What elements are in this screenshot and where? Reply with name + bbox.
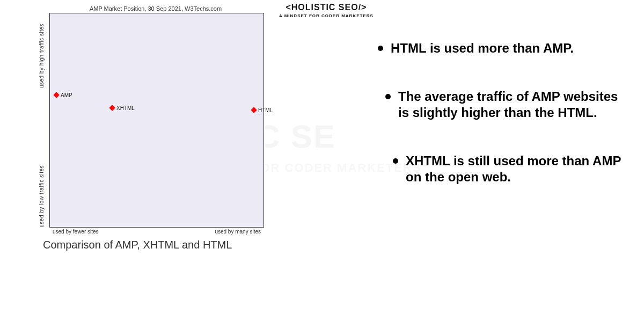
y-axis-label-bottom: used by low traffic sites xyxy=(39,165,45,228)
data-point-amp xyxy=(53,92,59,98)
chart-container: AMP Market Position, 30 Sep 2021, W3Tech… xyxy=(43,5,268,238)
bullet-item: XHTML is still used more than AMP on the… xyxy=(391,153,623,185)
data-point-label-html: HTML xyxy=(258,107,273,113)
bullet-item: The average traffic of AMP websites is s… xyxy=(383,89,623,121)
plot-area: AMPXHTMLHTML xyxy=(49,13,264,228)
bullet-list: HTML is used more than AMP. The average … xyxy=(376,40,623,217)
data-point-html xyxy=(251,107,257,113)
chart-caption: Comparison of AMP, XHTML and HTML xyxy=(43,239,232,251)
data-point-xhtml xyxy=(109,105,115,111)
data-point-label-amp: AMP xyxy=(61,92,72,98)
bullet-item: HTML is used more than AMP. xyxy=(376,40,623,56)
plot-outer: used by high traffic sites used by low t… xyxy=(43,13,268,238)
brand-name: <HOLISTIC SEO/> xyxy=(279,3,374,12)
x-axis-label-left: used by fewer sites xyxy=(53,229,99,235)
brand-header: <HOLISTIC SEO/> A MINDSET FOR CODER MARK… xyxy=(279,3,374,18)
y-axis-label-top: used by high traffic sites xyxy=(39,24,45,88)
x-axis-label-right: used by many sites xyxy=(215,229,261,235)
x-axis-labels: used by fewer sites used by many sites xyxy=(49,229,264,235)
chart-title: AMP Market Position, 30 Sep 2021, W3Tech… xyxy=(43,5,268,12)
data-point-label-xhtml: XHTML xyxy=(116,105,135,111)
brand-tagline: A MINDSET FOR CODER MARKETERS xyxy=(279,13,374,18)
